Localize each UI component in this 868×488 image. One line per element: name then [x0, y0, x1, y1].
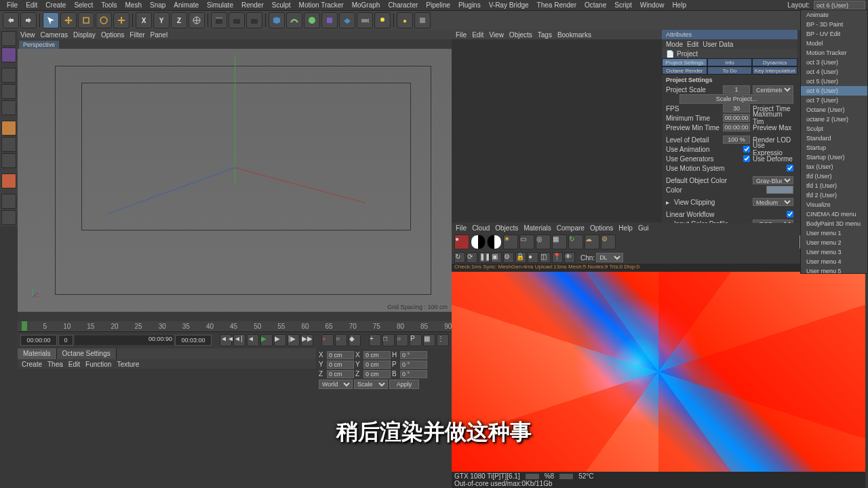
x-axis-toggle[interactable]: X	[136, 12, 152, 28]
coord-scale-select[interactable]: Scale	[354, 380, 388, 389]
menu-script[interactable]: Script	[610, 1, 636, 9]
attr-menu-mode[interactable]: Mode	[666, 41, 683, 48]
layout-option[interactable]: BodyPaint 3D menu	[801, 219, 867, 228]
obj-menu-objects[interactable]: Objects	[509, 31, 532, 39]
use-gen-check[interactable]	[743, 155, 750, 162]
oct-pause-button[interactable]: ❚❚	[479, 252, 490, 263]
vp-menu-view[interactable]: View	[20, 31, 35, 39]
oct-sphere-button[interactable]: ●	[528, 252, 538, 263]
z-pos-field[interactable]	[327, 370, 354, 378]
linear-check[interactable]	[787, 211, 793, 218]
menu-motion-tracker[interactable]: Motion Tracker	[295, 1, 348, 9]
layout-option[interactable]: oct 3 (User)	[801, 58, 867, 67]
layout-option[interactable]: oct 6 (User)	[801, 86, 867, 96]
color-swatch[interactable]	[766, 186, 793, 194]
mat-menu-function[interactable]: Function	[85, 361, 111, 368]
attr-menu-user-data[interactable]: User Data	[703, 41, 733, 48]
axis-mode[interactable]	[1, 121, 16, 136]
input-color-select[interactable]: sRGB	[753, 220, 793, 223]
h-rot-field[interactable]	[400, 351, 427, 359]
keyframe-sel-button[interactable]: ◆	[349, 334, 361, 346]
layout-option[interactable]: Animate	[801, 10, 867, 20]
generator-button[interactable]	[304, 12, 320, 28]
layout-option[interactable]: Sculpt	[801, 124, 867, 134]
attr-tab-info[interactable]: Info	[707, 58, 753, 66]
goto-start-button[interactable]: ◄◄	[220, 334, 232, 346]
min-time-field[interactable]	[723, 114, 750, 122]
x-size-field[interactable]	[363, 351, 391, 359]
bg-button[interactable]: ▭	[519, 235, 534, 249]
apply-button[interactable]: Apply	[389, 380, 419, 389]
layout-option[interactable]: oct 7 (User)	[801, 96, 867, 105]
rotate-tool[interactable]	[96, 12, 112, 28]
oct-menu-file[interactable]: File	[456, 224, 467, 232]
attr-menu-edit[interactable]: Edit	[687, 41, 698, 48]
oct-menu-options[interactable]: Options	[590, 224, 613, 232]
mat-tab-octane-settings[interactable]: Octane Settings	[57, 348, 117, 359]
obj-menu-view[interactable]: View	[489, 31, 504, 39]
layout-option[interactable]: Motion Tracker	[801, 48, 867, 58]
next-frame-button[interactable]: ▶	[274, 334, 286, 346]
pause-ipr-button[interactable]	[471, 235, 486, 249]
settings-button[interactable]: ⚙	[601, 235, 616, 249]
current-frame-field[interactable]: 0	[58, 335, 73, 346]
menu-file[interactable]: File	[3, 1, 22, 9]
attr-tab-project-settings[interactable]: Project Settings	[662, 58, 707, 66]
tweak-mode[interactable]	[1, 137, 16, 152]
menu-select[interactable]: Select	[70, 1, 97, 9]
point-mode[interactable]	[1, 68, 16, 83]
oct-menu-materials[interactable]: Materials	[524, 224, 551, 232]
range-slider[interactable]: 00:00:90	[75, 336, 174, 345]
menu-character[interactable]: Character	[384, 1, 422, 9]
prev-key-button[interactable]: ◄|	[233, 334, 245, 346]
menu-animate[interactable]: Animate	[170, 1, 203, 9]
vp-menu-filter[interactable]: Filter	[130, 31, 144, 39]
attr-tab-to-do[interactable]: To Do	[707, 66, 753, 75]
autokey-button[interactable]: ○	[335, 334, 347, 346]
deformer-button[interactable]	[321, 12, 338, 28]
key-scale-button[interactable]: □	[382, 334, 395, 346]
perspective-viewport[interactable]: ViewCamerasDisplayOptionsFilterPanel Per…	[18, 30, 452, 321]
mat-menu-create[interactable]: Create	[22, 361, 42, 368]
scale-project-button[interactable]: Scale Project...	[679, 94, 793, 104]
menu-help[interactable]: Help	[668, 1, 690, 9]
prev-min-field[interactable]	[723, 123, 750, 131]
menu-v-ray-bridge[interactable]: V-Ray Bridge	[485, 1, 533, 9]
attr-tab-dynamics[interactable]: Dynamics	[752, 58, 797, 66]
attr-tab-octane-render[interactable]: Octane Render	[662, 66, 707, 75]
channel-select[interactable]: DL	[596, 253, 623, 262]
oct-gear-button[interactable]: ⚙	[503, 252, 514, 263]
render-start-button[interactable]: ●	[454, 235, 469, 249]
select-tool[interactable]	[43, 12, 59, 28]
coord-system-button[interactable]	[189, 12, 205, 28]
oct-reload-button[interactable]: ⟳	[467, 252, 477, 263]
undo-button[interactable]	[3, 12, 19, 28]
layout-option[interactable]: Model	[801, 39, 867, 48]
move-tool[interactable]	[60, 12, 77, 28]
obj-menu-edit[interactable]: Edit	[472, 31, 484, 39]
layout-option[interactable]: User menu 2	[801, 238, 867, 247]
goto-end-button[interactable]: ▶▶	[301, 334, 313, 346]
oct-pin-button[interactable]: 📍	[552, 252, 563, 263]
oct-menu-cloud[interactable]: Cloud	[472, 224, 490, 232]
vp-menu-cameras[interactable]: Cameras	[41, 31, 68, 39]
layout-option[interactable]: oct 4 (User)	[801, 67, 867, 77]
layout-option[interactable]: User menu 1	[801, 228, 867, 238]
oct-menu-help[interactable]: Help	[618, 224, 633, 232]
menu-mesh[interactable]: Mesh	[121, 1, 146, 9]
mat-menu-thea[interactable]: Thea	[47, 361, 63, 368]
layout-option[interactable]: Startup (User)	[801, 152, 867, 162]
mat-menu-edit[interactable]: Edit	[68, 361, 80, 368]
next-key-button[interactable]: |▶	[288, 334, 300, 346]
key-rot-button[interactable]: ○	[396, 334, 408, 346]
key-pos-button[interactable]: +	[369, 334, 381, 346]
polygon-mode[interactable]	[1, 100, 16, 115]
oct-lock-button[interactable]: 🔒	[515, 252, 526, 263]
layout-option[interactable]: Standard	[801, 134, 867, 143]
layout-option[interactable]: tfd 2 (User)	[801, 190, 867, 200]
lock-button[interactable]: ▦	[552, 235, 567, 249]
vp-menu-options[interactable]: Options	[101, 31, 124, 39]
tag-button[interactable]	[414, 12, 431, 28]
render-region-button[interactable]	[229, 12, 245, 28]
use-motion-check[interactable]	[787, 165, 793, 171]
